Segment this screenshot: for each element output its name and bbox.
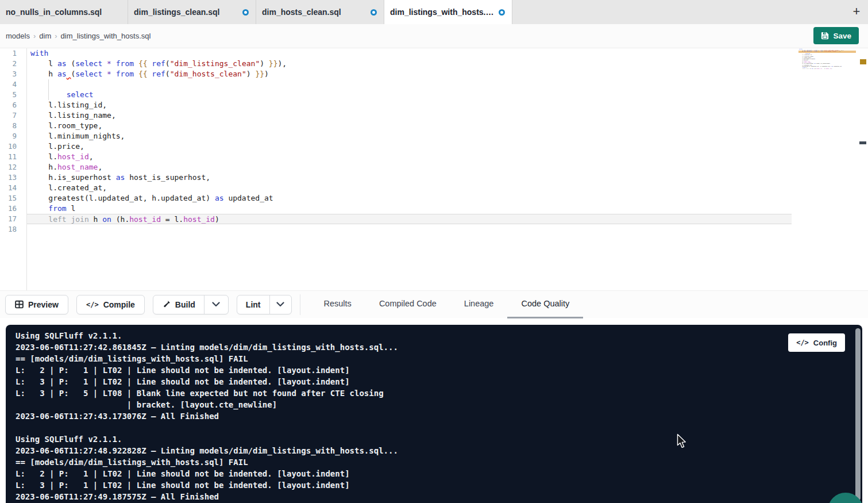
breadcrumb-segment[interactable]: dim_listings_with_hosts.sql bbox=[61, 32, 151, 40]
breadcrumb-segment[interactable]: models bbox=[6, 32, 30, 40]
code-line[interactable]: l.host_id, bbox=[27, 152, 792, 162]
hammer-icon bbox=[162, 300, 171, 309]
line-number: 12 bbox=[0, 162, 26, 172]
line-number: 7 bbox=[0, 110, 26, 121]
line-number: 1 bbox=[0, 48, 26, 59]
panel-tab-results[interactable]: Results bbox=[310, 291, 365, 318]
lint-button[interactable]: Lint bbox=[237, 295, 269, 314]
toolbar-divider bbox=[300, 294, 300, 315]
preview-grid-icon bbox=[15, 300, 24, 309]
code-line[interactable]: h.is_superhost as host_is_superhost, bbox=[27, 172, 792, 183]
tab-label: dim_listings_clean.sql bbox=[134, 7, 219, 17]
terminal-line: 2023-06-06T11:27:42.861845Z — Linting mo… bbox=[16, 341, 839, 353]
scrollbar-position-marker bbox=[859, 141, 866, 144]
code-line[interactable] bbox=[27, 79, 792, 90]
line-number: 15 bbox=[0, 193, 26, 203]
code-line[interactable]: h.host_name, bbox=[27, 162, 792, 172]
panel-tab-code-quality[interactable]: Code Quality bbox=[507, 291, 583, 318]
chevron-down-icon bbox=[276, 302, 284, 307]
action-bar: Preview </> Compile Build Lint bbox=[0, 290, 868, 318]
code-line[interactable] bbox=[27, 224, 792, 235]
line-number: 11 bbox=[0, 152, 26, 162]
lint-output-terminal: Using SQLFluff v2.1.1.2023-06-06T11:27:4… bbox=[6, 325, 862, 503]
line-number: 13 bbox=[0, 172, 26, 183]
chevron-down-icon bbox=[212, 302, 220, 307]
tab-label: dim_listings_with_hosts.sql bbox=[390, 7, 494, 17]
terminal-line: L: 2 | P: 1 | LT02 | Line should not be … bbox=[16, 468, 839, 479]
tab-label: no_nulls_in_columns.sql bbox=[6, 7, 102, 17]
indent-guide bbox=[48, 90, 49, 100]
code-line[interactable]: l.created_at, bbox=[27, 183, 792, 193]
line-number: 4 bbox=[0, 79, 26, 90]
modified-dot-icon bbox=[499, 9, 505, 16]
breadcrumb-segment[interactable]: dim bbox=[39, 32, 51, 40]
chevron-right-icon: › bbox=[55, 32, 57, 40]
terminal-line: L: 3 | P: 1 | LT02 | Line should not be … bbox=[16, 376, 839, 387]
code-line[interactable]: l.listing_id, bbox=[27, 100, 792, 110]
code-editor[interactable]: 123456789101112131415161718 with l as (s… bbox=[0, 48, 868, 290]
breadcrumb: models›dim›dim_listings_with_hosts.sql bbox=[6, 32, 151, 40]
panel-tab-compiled-code[interactable]: Compiled Code bbox=[365, 291, 450, 318]
editor-tab[interactable]: dim_listings_with_hosts.sql bbox=[384, 0, 512, 24]
save-button[interactable]: Save bbox=[813, 27, 859, 44]
code-line[interactable]: select bbox=[27, 90, 792, 100]
editor-tab[interactable]: dim_hosts_clean.sql bbox=[256, 0, 384, 24]
terminal-line: L: 3 | P: 5 | LT08 | Blank line expected… bbox=[16, 387, 839, 399]
terminal-line: Using SQLFluff v2.1.1. bbox=[16, 433, 839, 445]
terminal-scrollbar[interactable] bbox=[855, 328, 861, 501]
tab-label: dim_hosts_clean.sql bbox=[262, 7, 341, 17]
terminal-line bbox=[16, 422, 839, 433]
config-button[interactable]: </> Config bbox=[788, 333, 845, 352]
code-line[interactable]: left join h on (h.host_id = l.host_id) bbox=[27, 214, 792, 224]
compile-button[interactable]: </> Compile bbox=[76, 295, 145, 314]
save-icon bbox=[821, 32, 829, 40]
build-button[interactable]: Build bbox=[153, 295, 204, 314]
lint-dropdown-button[interactable] bbox=[269, 295, 291, 314]
line-number: 14 bbox=[0, 183, 26, 193]
editor-tab[interactable]: no_nulls_in_columns.sql bbox=[0, 0, 128, 24]
line-number: 6 bbox=[0, 100, 26, 110]
terminal-line: | bracket. [layout.cte_newline] bbox=[16, 399, 839, 410]
build-dropdown-button[interactable] bbox=[204, 295, 228, 314]
terminal-line: 2023-06-06T11:27:49.187575Z — All Finish… bbox=[16, 491, 839, 502]
code-line[interactable]: l.listing_name, bbox=[27, 110, 792, 121]
code-line[interactable]: l.price, bbox=[27, 141, 792, 152]
minimap-code: with l as (select * from {{ ref("dim_lis… bbox=[798, 48, 856, 71]
terminal-line: L: 3 | P: 1 | LT02 | Line should not be … bbox=[16, 479, 839, 491]
code-line[interactable]: with bbox=[27, 48, 792, 59]
line-number: 5 bbox=[0, 90, 26, 100]
new-tab-button[interactable]: + bbox=[848, 3, 865, 20]
line-number: 2 bbox=[0, 59, 26, 69]
modified-dot-icon bbox=[242, 9, 249, 16]
terminal-line: 2023-06-06T11:27:48.922828Z — Linting mo… bbox=[16, 445, 839, 456]
code-line[interactable]: h as (select * from {{ ref("dim_hosts_cl… bbox=[27, 69, 792, 79]
code-area[interactable]: with l as (select * from {{ ref("dim_lis… bbox=[27, 48, 792, 235]
code-line[interactable]: l.room_type, bbox=[27, 121, 792, 131]
code-line[interactable]: l as (select * from {{ ref("dim_listings… bbox=[27, 59, 792, 69]
terminal-line: 2023-06-06T11:27:43.173076Z — All Finish… bbox=[16, 410, 839, 422]
editor-tabbar: no_nulls_in_columns.sqldim_listings_clea… bbox=[0, 0, 868, 24]
code-line[interactable]: l.minimum_nights, bbox=[27, 131, 792, 141]
line-number: 9 bbox=[0, 131, 26, 141]
code-brackets-icon: </> bbox=[796, 339, 809, 347]
editor-minimap[interactable]: with l as (select * from {{ ref("dim_lis… bbox=[798, 48, 856, 135]
lint-button-label: Lint bbox=[246, 300, 261, 309]
code-brackets-icon: </> bbox=[86, 301, 99, 309]
code-line[interactable] bbox=[798, 70, 856, 71]
code-line[interactable]: greatest(l.updated_at, h.updated_at) as … bbox=[27, 193, 792, 203]
breadcrumb-bar: models›dim›dim_listings_with_hosts.sql S… bbox=[0, 24, 868, 48]
terminal-line: Using SQLFluff v2.1.1. bbox=[16, 330, 839, 341]
terminal-line: == [models/dim/dim_listings_with_hosts.s… bbox=[16, 456, 839, 468]
panel-tab-lineage[interactable]: Lineage bbox=[450, 291, 508, 318]
code-line[interactable]: from l bbox=[27, 203, 792, 214]
save-button-label: Save bbox=[833, 32, 851, 40]
preview-button[interactable]: Preview bbox=[5, 295, 68, 314]
line-number: 16 bbox=[0, 203, 26, 214]
chevron-right-icon: › bbox=[33, 32, 36, 40]
indent-guide bbox=[48, 79, 49, 90]
modified-dot-icon bbox=[371, 9, 377, 16]
build-button-label: Build bbox=[175, 300, 195, 309]
scrollbar-warning-marker bbox=[860, 59, 866, 64]
config-button-label: Config bbox=[813, 339, 837, 347]
editor-tab[interactable]: dim_listings_clean.sql bbox=[128, 0, 256, 24]
